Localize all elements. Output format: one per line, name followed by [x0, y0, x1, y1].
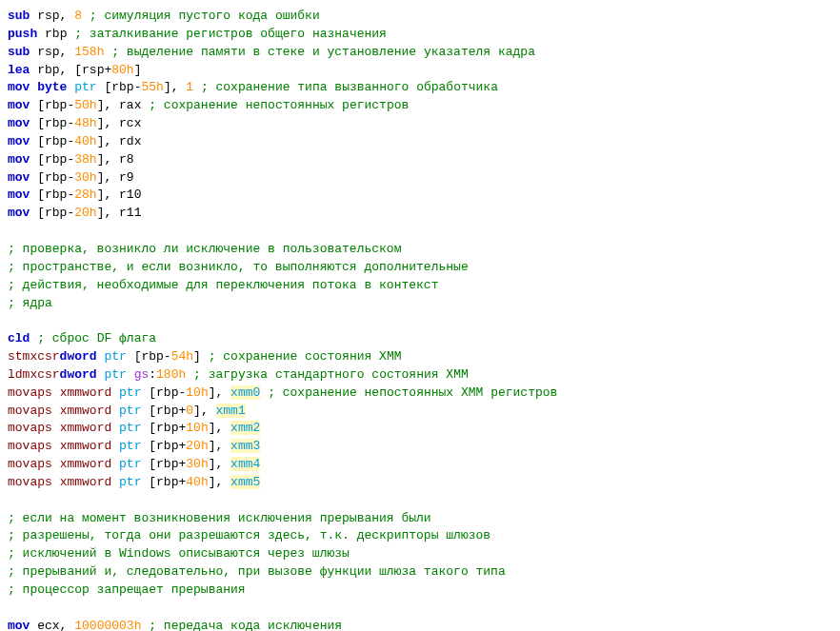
- operand-part: byte: [37, 80, 74, 94]
- code-line: movaps xmmword ptr [rbp+30h], xmm4: [8, 456, 832, 474]
- mnemonic: mov: [8, 187, 30, 202]
- operand-part: [rbp-: [37, 134, 74, 148]
- code-line: [8, 492, 832, 510]
- operand-part: xmm0: [230, 385, 260, 400]
- mnemonic: ldmxcsr: [8, 367, 60, 382]
- code-line: ; проверка, возникло ли исключение в пол…: [8, 241, 832, 259]
- operand-part: ], r11: [97, 206, 142, 220]
- operand-part: xmm2: [230, 421, 260, 435]
- mnemonic: movaps: [8, 404, 52, 418]
- mnemonic: mov: [8, 98, 30, 112]
- code-line: sub rsp, 158h ; выделение памяти в стеке…: [8, 44, 832, 62]
- code-line: ; действия, необходимые для переключения…: [8, 277, 832, 295]
- inline-comment: ; загрузка стандартного состояния XMM: [193, 367, 469, 382]
- operand-part: ],: [209, 457, 230, 471]
- code-line: stmxcsrdword ptr [rbp-54h] ; сохранение …: [8, 348, 832, 366]
- operand-part: 40h: [74, 134, 96, 148]
- operand-part: xmm3: [230, 439, 260, 453]
- mnemonic: sub: [8, 45, 30, 59]
- operand-part: [rbp-: [37, 187, 74, 202]
- operand-part: ], rax: [97, 98, 142, 112]
- comment-line: ; прерываний и, следовательно, при вызов…: [8, 564, 506, 579]
- operand-part: [rbp-: [149, 385, 186, 400]
- operand-part: [rbp+: [149, 475, 186, 489]
- code-line: lea rbp, [rsp+80h]: [8, 62, 832, 80]
- operand-part: ],: [209, 439, 230, 453]
- comment-line: ; процессор запрещает прерывания: [8, 582, 246, 597]
- operand-part: 54h: [171, 349, 193, 364]
- operand-part: 10h: [186, 385, 208, 400]
- code-line: mov [rbp-50h], rax ; сохранение непостоя…: [8, 97, 832, 115]
- operand-part: ],: [209, 385, 230, 400]
- operand-part: ], r9: [97, 170, 134, 185]
- code-line: [8, 312, 832, 330]
- operand-part: ],: [209, 421, 230, 435]
- operand-part: 1: [186, 80, 193, 94]
- mnemonic: movaps: [8, 421, 52, 435]
- operand-part: 10000003h: [74, 619, 141, 631]
- code-line: [8, 223, 832, 241]
- code-line: sub rsp, 8 ; симуляция пустого кода ошиб…: [8, 8, 832, 26]
- operand-part: 8: [74, 9, 82, 23]
- mnemonic: movaps: [8, 439, 52, 453]
- operand-part: 38h: [74, 152, 96, 167]
- operand-part: [rbp-: [37, 206, 74, 220]
- comment-line: ; исключений в Windows описываются через…: [8, 546, 350, 561]
- operand-part: 40h: [186, 475, 208, 489]
- comment-line: ; если на момент возникновения исключени…: [8, 511, 431, 525]
- operand-part: [rbp+: [149, 404, 186, 418]
- inline-comment: ; сброс DF флага: [37, 331, 156, 345]
- operand-part: rbp: [45, 27, 67, 41]
- code-line: movaps xmmword ptr [rbp+40h], xmm5: [8, 474, 832, 492]
- operand-part: xmm1: [216, 404, 246, 418]
- code-line: ; процессор запрещает прерывания: [8, 582, 832, 600]
- mnemonic: push: [8, 27, 37, 41]
- code-line: mov [rbp-48h], rcx: [8, 115, 832, 133]
- operand-part: xmmword: [60, 439, 119, 453]
- operand-part: :: [149, 367, 156, 382]
- operand-part: ptr: [104, 349, 133, 364]
- operand-part: ]: [134, 63, 142, 77]
- operand-part: 48h: [74, 116, 96, 130]
- operand-part: rsp,: [37, 45, 74, 59]
- operand-part: xmm5: [230, 475, 260, 489]
- operand-part: ], rcx: [97, 116, 142, 130]
- inline-comment: ; передача кода исключения: [149, 619, 342, 631]
- code-line: movaps xmmword ptr [rbp+10h], xmm2: [8, 420, 832, 438]
- operand-part: ptr: [119, 421, 149, 435]
- operand-part: ptr: [74, 80, 104, 94]
- inline-comment: ; сохранение состояния XMM: [209, 349, 402, 364]
- mnemonic: mov: [8, 619, 30, 631]
- operand-part: 20h: [186, 439, 208, 453]
- code-line: mov [rbp-40h], rdx: [8, 133, 832, 151]
- operand-part: 80h: [111, 63, 133, 77]
- code-line: mov [rbp-20h], r11: [8, 205, 832, 223]
- operand-part: ], r10: [97, 187, 142, 202]
- operand-part: 0: [186, 404, 193, 418]
- operand-part: 158h: [74, 45, 104, 59]
- mnemonic: cld: [8, 331, 30, 345]
- operand-part: xmmword: [60, 404, 119, 418]
- code-line: ; исключений в Windows описываются через…: [8, 545, 832, 563]
- operand-part: xmm4: [230, 457, 260, 471]
- operand-part: 28h: [74, 187, 96, 202]
- operand-part: [rbp+: [149, 421, 186, 435]
- mnemonic: mov: [8, 152, 30, 167]
- operand-part: ptr: [119, 457, 149, 471]
- operand-part: ], rdx: [97, 134, 142, 148]
- operand-part: [rbp-: [37, 170, 74, 185]
- operand-part: ecx,: [37, 619, 74, 631]
- operand-part: ],: [193, 404, 215, 418]
- code-line: movaps xmmword ptr [rbp+20h], xmm3: [8, 438, 832, 456]
- inline-comment: ; симуляция пустого кода ошибки: [90, 9, 320, 23]
- inline-comment: ; заталкивание регистров общего назначен…: [74, 27, 387, 41]
- inline-comment: ; сохранение непостоянных XMM регистров: [268, 385, 557, 400]
- mnemonic: stmxcsr: [8, 349, 60, 364]
- code-line: ; разрешены, тогда они разрешаются здесь…: [8, 527, 832, 545]
- operand-part: [rbp+: [149, 439, 186, 453]
- operand-part: ptr: [104, 367, 133, 382]
- operand-part: ],: [209, 475, 230, 489]
- asm-listing: sub rsp, 8 ; симуляция пустого кода ошиб…: [8, 8, 832, 631]
- code-line: mov [rbp-28h], r10: [8, 187, 832, 205]
- operand-part: ],: [164, 80, 186, 94]
